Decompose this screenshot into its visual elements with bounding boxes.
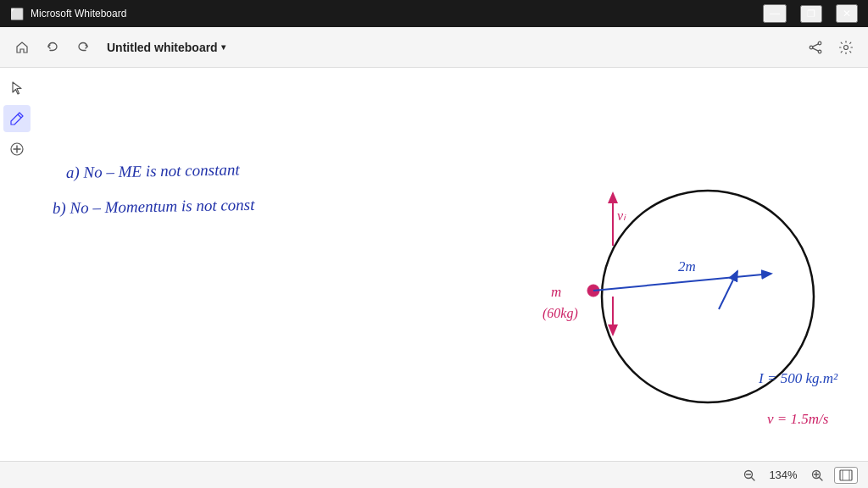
minimize-button[interactable]: — [763,4,787,23]
svg-text:m: m [551,284,561,300]
settings-button[interactable] [834,36,858,59]
zoom-out-button[interactable] [739,465,760,485]
svg-text:(60kg): (60kg) [542,306,578,321]
svg-point-0 [818,42,821,45]
svg-text:2m: 2m [678,258,696,274]
header-right [804,36,858,59]
app-name: Microsoft Whiteboard [31,8,126,19]
whiteboard-title: Untitled whiteboard [107,41,218,54]
redo-button[interactable] [71,36,95,59]
whiteboard-drawing: a) No – ME is not constant b) No – Momen… [34,68,868,488]
titlebar-right: — ❐ ✕ [763,4,858,23]
svg-line-35 [593,274,771,291]
sidebar [0,68,34,488]
svg-point-5 [844,45,849,49]
svg-text:v = 1.5m/s: v = 1.5m/s [767,411,829,427]
svg-line-4 [813,47,819,50]
title-dropdown-icon: ▾ [221,42,225,52]
svg-text:I = 500 kg.m²: I = 500 kg.m² [758,370,838,386]
pen-tool-button[interactable] [3,105,31,132]
restore-button[interactable]: ❐ [800,5,822,23]
header-toolbar: Untitled whiteboard ▾ [0,27,868,68]
statusbar: 134% [0,461,868,488]
add-tool-button[interactable] [3,136,31,163]
app-icon: ⬜ [10,8,24,20]
svg-line-3 [813,43,819,46]
home-button[interactable] [10,36,34,59]
select-tool-button[interactable] [3,75,31,102]
svg-line-38 [719,271,737,309]
svg-text:b)  No  –   Momentum   is  not: b) No – Momentum is not const [53,196,256,218]
zoom-level-display: 134% [766,469,800,481]
svg-text:vᵢ: vᵢ [617,208,626,223]
fit-button[interactable] [834,467,858,484]
svg-line-6 [18,114,21,118]
share-button[interactable] [804,36,827,59]
svg-line-46 [752,477,755,480]
titlebar: ⬜ Microsoft Whiteboard — ❐ ✕ [0,0,868,27]
svg-rect-52 [840,470,852,480]
titlebar-left: ⬜ Microsoft Whiteboard [10,8,126,20]
svg-point-1 [818,50,821,53]
zoom-in-button[interactable] [807,465,827,485]
svg-point-2 [810,46,813,49]
header-left: Untitled whiteboard ▾ [10,36,797,59]
undo-button[interactable] [41,36,64,59]
close-button[interactable]: ✕ [836,4,858,23]
whiteboard-title-area[interactable]: Untitled whiteboard ▾ [102,37,231,58]
whiteboard-canvas[interactable]: a) No – ME is not constant b) No – Momen… [34,68,868,488]
svg-line-49 [820,477,823,480]
svg-text:a)  No  –  ME  is  not  consta: a) No – ME is not constant [66,160,241,182]
